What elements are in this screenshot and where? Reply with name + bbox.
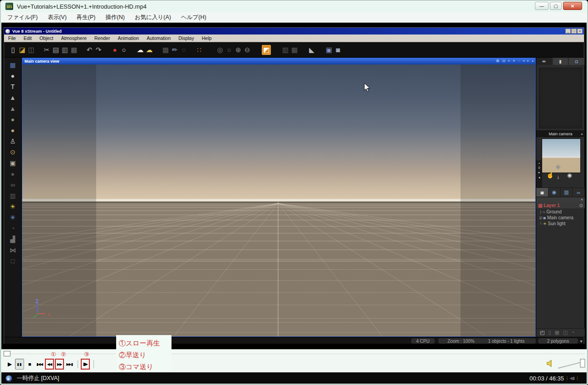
edit-object-icon: ◌ xyxy=(179,44,188,55)
menu-file[interactable]: ファイル(F) xyxy=(7,14,38,21)
airbrush-tab[interactable]: ✏ xyxy=(536,58,553,65)
app-icon: 321 xyxy=(5,3,13,10)
record-view-icon: ● xyxy=(513,59,515,63)
mirror-icon: ⋈ xyxy=(10,245,16,256)
lights-tab[interactable]: ◉ xyxy=(549,188,561,197)
vue-menubar: File Edit Object Atmosphere Render Anima… xyxy=(4,35,584,42)
vue-menu-automation: Automation xyxy=(147,35,171,41)
screen: 321 Vue+Tutorials+LESSON+1.+Introduction… xyxy=(0,0,588,385)
frame-step-button[interactable]: ▮▶ xyxy=(81,359,90,370)
viewport-grid xyxy=(22,64,535,336)
menu-favorites[interactable]: お気に入り(A) xyxy=(135,14,171,21)
eye-icon[interactable]: ◉ xyxy=(567,172,572,178)
move-vertical-icon[interactable]: ↓ xyxy=(557,174,559,180)
axis-z-label: Z xyxy=(35,298,39,305)
pan-view-icon: ◎ xyxy=(216,44,225,55)
pause-button[interactable]: ▮▮ xyxy=(15,359,24,370)
redo-icon: ↷ xyxy=(94,44,103,55)
expand-icon[interactable]: ⊞ xyxy=(539,216,543,220)
detach-view-icon: ▴ xyxy=(532,59,534,63)
materials-tab[interactable]: ▥ xyxy=(561,188,573,197)
close-button[interactable]: ✕ xyxy=(563,2,582,10)
stop-button[interactable]: ■ xyxy=(25,359,34,370)
open-file-icon: ◪ xyxy=(18,44,27,55)
terrain-icon: ≈ xyxy=(543,210,545,214)
vue-right-panel: ✏ ▮ ◘ Main camera ▲ ▪ 0 ▸ ◂ ◈ ☝ ↓ xyxy=(536,58,584,337)
group-items-icon[interactable]: ▦ xyxy=(554,330,559,336)
viewport-3d-view[interactable]: Z x xyxy=(22,64,535,336)
cut-icon: ✂ xyxy=(42,44,51,55)
layer-label: Layer 1 xyxy=(544,203,559,208)
scroll-up-icon[interactable]: ▲ xyxy=(580,197,583,201)
save-file-icon: ◫ xyxy=(27,44,36,55)
render-animation-icon: ▥ xyxy=(281,44,290,55)
animation-wizard-icon: ◣ xyxy=(307,44,316,55)
collapse-arrow-icon[interactable]: ▲ xyxy=(580,132,583,135)
tree-item-label: Main camera xyxy=(547,215,573,220)
visibility-icon[interactable]: ◔ xyxy=(571,330,574,335)
drop-object-icon: ● xyxy=(110,44,119,55)
menu-view[interactable]: 表示(V) xyxy=(48,14,67,21)
skip-forward-button[interactable]: ▶▶▮ xyxy=(65,359,74,370)
zoom-window-icon: ○ xyxy=(225,44,234,55)
tree-item-sun-light[interactable]: └ ☀ Sun light xyxy=(536,221,585,227)
vue-window: Vue 8 xStream - Untitled _ □ × File Edit… xyxy=(4,27,584,344)
zoom-out-icon: ⊖ xyxy=(243,44,252,55)
panel-tabs: ✏ ▮ ◘ xyxy=(536,58,585,65)
airbrush-icon: ✏ xyxy=(542,59,546,64)
layer-row[interactable]: ▤ Layer 1 ⊙ xyxy=(536,202,585,208)
mini-strip-item[interactable]: ▪ xyxy=(539,162,539,165)
metaball-icon: ● xyxy=(11,168,15,179)
sun-icon: ☀ xyxy=(543,222,546,226)
menu-navigate[interactable]: 操作(N) xyxy=(105,14,124,21)
undo-icon: ↶ xyxy=(85,44,94,55)
objects-tab[interactable]: ◘ xyxy=(568,58,585,65)
camera-frame-right-mask xyxy=(461,64,535,336)
minimize-button[interactable]: — xyxy=(535,2,549,10)
tree-item-label: Ground xyxy=(546,209,561,214)
wind-icon: ✳ xyxy=(10,212,15,223)
new-scene-icon: ▯ xyxy=(9,44,18,55)
tree-item-main-camera[interactable]: ⊞ ◙ Main camera xyxy=(536,215,585,221)
fast-forward-button[interactable]: ▶▶ xyxy=(55,359,64,370)
numerics-tab[interactable]: ▮ xyxy=(553,58,569,65)
new-item-icon[interactable]: ◰ xyxy=(540,330,544,336)
vue-menu-object: Object xyxy=(39,35,53,41)
volume-slider[interactable] xyxy=(557,358,588,370)
menu-help[interactable]: ヘルプ(H) xyxy=(181,14,206,21)
menu-play[interactable]: 再生(P) xyxy=(77,14,96,21)
zoom-in-icon: ⊕ xyxy=(234,44,243,55)
layer-folder-icon: ▤ xyxy=(538,203,542,208)
polygons-dropdown-icon[interactable]: ▾ xyxy=(578,338,584,344)
camera-preview-thumbnail[interactable] xyxy=(542,138,581,173)
maximize-button[interactable]: ▢ xyxy=(550,2,562,10)
trackball-icon[interactable]: ◈ xyxy=(555,163,561,171)
axis-indicator: Z x xyxy=(31,298,59,321)
seek-bar[interactable] xyxy=(3,354,585,354)
layer-eye-icon[interactable]: ⊙ xyxy=(579,203,583,208)
rewind-button[interactable]: ◀◀ xyxy=(45,359,54,370)
annotation-line-1: ①スロー再生 xyxy=(119,337,172,349)
vue-menu-display: Display xyxy=(178,35,194,41)
mini-strip-item[interactable]: ▸ xyxy=(539,171,540,174)
text-object-icon: T xyxy=(11,81,15,92)
delete-item-icon[interactable]: ▯ xyxy=(548,330,551,336)
annotation-overlay: ①スロー再生 ②早送り ③コマ送り xyxy=(116,335,172,372)
load-atmosphere-icon: ☁ xyxy=(145,44,154,55)
materials-icon: ▥ xyxy=(564,189,568,195)
links-tab[interactable]: ∞ xyxy=(573,188,585,197)
pan-hand-icon[interactable]: ☝ xyxy=(546,171,554,178)
link-items-icon[interactable]: ◫ xyxy=(563,330,568,336)
mini-strip-item[interactable]: ◂ xyxy=(539,176,540,179)
tree-item-ground[interactable]: ├ ≈ Ground xyxy=(536,209,585,215)
vue-menu-render: Render xyxy=(94,35,110,41)
object-options-icon: ▩ xyxy=(161,44,170,55)
video-area[interactable]: Vue 8 xStream - Untitled _ □ × File Edit… xyxy=(1,23,587,349)
seek-thumb[interactable] xyxy=(4,351,10,356)
polygons-indicator[interactable]: 2 polygons xyxy=(538,338,578,344)
play-button[interactable]: ▶ xyxy=(5,359,14,370)
skip-back-button[interactable]: ▮◀◀ xyxy=(35,359,44,370)
underwater-scene-icon: ▦ xyxy=(10,59,15,70)
cpu-indicator: 4 CPU xyxy=(411,338,435,344)
cameras-tab[interactable]: ◙ xyxy=(536,188,549,197)
